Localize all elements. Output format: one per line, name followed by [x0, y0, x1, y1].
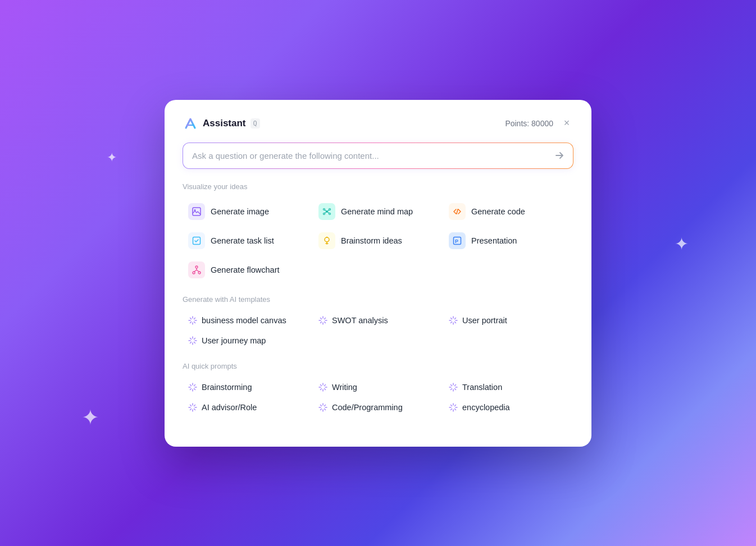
- modal-header: Assistant Q Points: 80000 ×: [183, 116, 573, 131]
- svg-point-20: [198, 272, 201, 274]
- generate-mind-map-label: Generate mind map: [341, 207, 413, 216]
- bg-sparkle-1: ✦: [107, 152, 117, 164]
- logo-icon: [183, 116, 198, 131]
- prompts-grid: Brainstorming Writing Translation AI adv…: [183, 378, 573, 416]
- svg-point-19: [193, 272, 195, 274]
- brainstorming-prompt-label: Brainstorming: [202, 383, 252, 392]
- visualize-section: Visualize your ideas Generate image Gene…: [183, 182, 573, 283]
- code-programming-prompt-label: Code/Programming: [332, 403, 403, 412]
- svg-line-9: [325, 212, 326, 213]
- svg-line-8: [328, 210, 329, 211]
- translation-prompt-label: Translation: [462, 383, 502, 392]
- generate-task-list-item[interactable]: Generate task list: [183, 228, 313, 254]
- points-label: Points: 80000: [505, 119, 553, 128]
- bg-sparkle-2: ✦: [675, 236, 689, 253]
- sparkle-icon-3: [449, 316, 458, 325]
- generate-flowchart-label: Generate flowchart: [211, 265, 280, 274]
- svg-point-2: [326, 210, 328, 213]
- bg-sparkle-3: ✦: [81, 407, 99, 428]
- presentation-label: Presentation: [471, 236, 517, 245]
- generate-task-list-label: Generate task list: [211, 236, 274, 245]
- brainstorming-prompt-item[interactable]: Brainstorming: [183, 378, 313, 396]
- ai-advisor-prompt-label: AI advisor/Role: [202, 403, 257, 412]
- generate-image-item[interactable]: Generate image: [183, 199, 313, 224]
- svg-line-10: [328, 212, 329, 213]
- svg-text:P: P: [455, 238, 458, 244]
- svg-line-22: [194, 270, 197, 272]
- generate-mind-map-item[interactable]: Generate mind map: [313, 199, 443, 224]
- templates-section: Generate with AI templates business mode…: [183, 295, 573, 350]
- prompts-section-title: AI quick prompts: [183, 362, 573, 370]
- sparkle-icon-7: [449, 383, 458, 392]
- generate-task-list-icon: [188, 232, 205, 249]
- assistant-modal: Assistant Q Points: 80000 × Visualize yo…: [165, 100, 591, 447]
- generate-image-label: Generate image: [211, 207, 269, 216]
- writing-prompt-item[interactable]: Writing: [313, 378, 443, 396]
- sparkle-icon-10: [449, 403, 458, 412]
- search-submit-button[interactable]: [552, 148, 567, 163]
- header-right: Points: 80000 ×: [505, 117, 573, 130]
- keyboard-shortcut: Q: [251, 118, 260, 129]
- visualize-section-title: Visualize your ideas: [183, 182, 573, 191]
- svg-point-12: [325, 237, 329, 242]
- app-title: Assistant: [203, 118, 246, 129]
- swot-analysis-label: SWOT analysis: [332, 316, 388, 325]
- svg-line-23: [197, 270, 199, 272]
- svg-point-18: [195, 266, 198, 268]
- swot-analysis-item[interactable]: SWOT analysis: [313, 311, 443, 329]
- sparkle-icon-2: [318, 316, 327, 325]
- presentation-icon: P: [449, 232, 466, 249]
- search-box: [183, 143, 573, 169]
- generate-mind-map-icon: [318, 203, 335, 220]
- sparkle-icon: [188, 316, 197, 325]
- user-portrait-item[interactable]: User portrait: [443, 311, 573, 329]
- user-journey-map-item[interactable]: User journey map: [183, 332, 313, 350]
- encyclopedia-prompt-item[interactable]: encyclopedia: [443, 398, 573, 416]
- writing-prompt-label: Writing: [332, 383, 357, 392]
- send-icon: [554, 150, 564, 160]
- sparkle-icon-6: [318, 383, 327, 392]
- prompts-section: AI quick prompts Brainstorming Writing T…: [183, 362, 573, 416]
- svg-line-7: [325, 210, 326, 211]
- user-portrait-label: User portrait: [462, 316, 507, 325]
- generate-code-label: Generate code: [471, 207, 525, 216]
- user-journey-map-label: User journey map: [202, 336, 266, 345]
- ai-advisor-prompt-item[interactable]: AI advisor/Role: [183, 398, 313, 416]
- business-model-canvas-item[interactable]: business model canvas: [183, 311, 313, 329]
- sparkle-icon-9: [318, 403, 327, 412]
- generate-code-icon: [449, 203, 466, 220]
- generate-code-item[interactable]: Generate code: [443, 199, 573, 224]
- presentation-item[interactable]: P Presentation: [443, 228, 573, 254]
- search-input[interactable]: [183, 143, 573, 169]
- encyclopedia-prompt-label: encyclopedia: [462, 403, 510, 412]
- header-left: Assistant Q: [183, 116, 260, 131]
- templates-section-title: Generate with AI templates: [183, 295, 573, 304]
- generate-image-icon: [188, 203, 205, 220]
- generate-flowchart-icon: [188, 261, 205, 278]
- brainstorm-ideas-icon: [318, 232, 335, 249]
- sparkle-icon-4: [188, 336, 197, 345]
- code-programming-prompt-item[interactable]: Code/Programming: [313, 398, 443, 416]
- close-button[interactable]: ×: [560, 117, 573, 130]
- brainstorm-ideas-item[interactable]: Brainstorm ideas: [313, 228, 443, 254]
- visualize-items-grid: Generate image Generate mind map Generat…: [183, 199, 573, 283]
- brainstorm-ideas-label: Brainstorm ideas: [341, 236, 402, 245]
- generate-flowchart-item[interactable]: Generate flowchart: [183, 257, 313, 283]
- templates-grid: business model canvas SWOT analysis User…: [183, 311, 573, 350]
- sparkle-icon-8: [188, 403, 197, 412]
- business-model-canvas-label: business model canvas: [202, 316, 286, 325]
- sparkle-icon-5: [188, 383, 197, 392]
- translation-prompt-item[interactable]: Translation: [443, 378, 573, 396]
